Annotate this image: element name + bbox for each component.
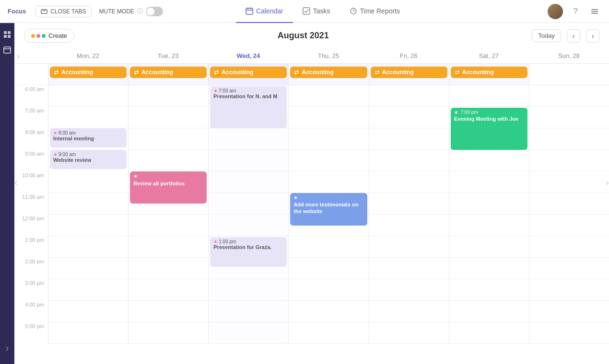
close-tabs-label: CLOSE TABS xyxy=(50,8,86,15)
sidebar-icon-calendar[interactable] xyxy=(1,44,13,56)
col-fri26: 🔁 Accounting xyxy=(369,64,449,344)
event-website-review[interactable]: ★ 9:00 am Website review xyxy=(50,150,127,169)
time-1100: 11:00 am xyxy=(14,193,48,215)
allday-wed24: 🔁 Accounting xyxy=(209,64,288,85)
dot-orange xyxy=(31,34,35,38)
time-700: 7:00 am xyxy=(14,107,48,128)
event-accounting-mon22[interactable]: 🔁 Accounting xyxy=(50,67,127,78)
allday-mon22: 🔁 Accounting xyxy=(48,64,128,85)
focus-label: Focus xyxy=(8,8,26,15)
avatar[interactable] xyxy=(548,4,563,19)
create-button[interactable]: Create xyxy=(24,29,74,43)
create-dots xyxy=(31,34,46,38)
event-accounting-tue23[interactable]: 🔁 Accounting xyxy=(130,67,207,78)
day-header-sun28: Sun, 28 xyxy=(529,48,609,63)
allday-tue23: 🔁 Accounting xyxy=(129,64,208,85)
event-evening-meeting[interactable]: ★ 7:00 pm Evening Meeting with Joe xyxy=(451,108,527,150)
svg-rect-10 xyxy=(591,13,598,14)
col-sat27: 🔁 Accounting ★ 7:00 pm Evening Meeting w… xyxy=(449,64,529,344)
expand-left-arrow[interactable]: ‹ xyxy=(14,177,18,188)
time-column: 6:00 am 7:00 am 8:00 am 9:00 am 10:00 am… xyxy=(14,64,48,344)
sidebar xyxy=(0,23,14,364)
mute-mode-control: MUTE MODE ⓘ xyxy=(99,7,163,16)
close-tabs-button[interactable]: CLOSE TABS xyxy=(35,6,91,17)
dot-green xyxy=(42,34,46,38)
event-accounting-sat27[interactable]: 🔁 Accounting xyxy=(451,67,527,78)
event-presentation-nm[interactable]: ★ 7:00 am Presentation for N. and M xyxy=(210,86,287,128)
time-1600: 4:00 pm xyxy=(14,301,48,322)
main-nav: Calendar Tasks Time Reports xyxy=(236,0,410,23)
menu-icon[interactable] xyxy=(588,5,601,18)
svg-rect-8 xyxy=(591,9,598,10)
svg-rect-2 xyxy=(246,8,253,14)
tab-tasks-label: Tasks xyxy=(313,7,330,15)
day-header-thu25: Thu, 25 xyxy=(288,48,368,63)
svg-rect-12 xyxy=(8,31,11,34)
expand-right-arrow[interactable]: › xyxy=(606,177,609,188)
time-1400: 2:00 pm xyxy=(14,258,48,279)
topbar: Focus CLOSE TABS MUTE MODE ⓘ Calendar xyxy=(0,0,609,23)
allday-sat27: 🔁 Accounting xyxy=(449,64,529,85)
help-icon[interactable]: ? xyxy=(569,5,582,18)
allday-thu25: 🔁 Accounting xyxy=(289,64,368,85)
calendar-area: Create August 2021 Today ‹ › › Mon, 22 T… xyxy=(14,23,609,364)
next-week-button[interactable]: › xyxy=(586,29,599,43)
event-add-testimonials[interactable]: ★ Add more testimonials on the website xyxy=(290,193,367,226)
topbar-right: ? xyxy=(548,4,601,19)
day-header-tue23: Tue, 23 xyxy=(128,48,208,63)
event-accounting-fri26[interactable]: 🔁 Accounting xyxy=(371,67,447,78)
info-icon: ⓘ xyxy=(137,7,143,15)
prev-week-button[interactable]: ‹ xyxy=(567,29,580,43)
svg-rect-0 xyxy=(41,9,47,13)
tab-calendar[interactable]: Calendar xyxy=(236,0,293,23)
svg-rect-11 xyxy=(4,31,7,34)
event-internal-meeting[interactable]: ★ 8:00 am Internal meeting xyxy=(50,128,127,148)
collapse-left-arrow[interactable]: › xyxy=(17,52,20,60)
tab-time-reports-label: Time Reports xyxy=(360,7,400,15)
day-header-sat27: Sat, 27 xyxy=(449,48,529,63)
col-sun28 xyxy=(529,64,609,344)
time-1200: 12:00 pm xyxy=(14,215,48,236)
mute-mode-label: MUTE MODE xyxy=(99,8,134,15)
tab-time-reports[interactable]: Time Reports xyxy=(340,0,410,23)
time-600: 6:00 am xyxy=(14,85,48,107)
svg-rect-9 xyxy=(591,11,598,12)
day-headers: › Mon, 22 Tue, 23 Wed, 24 Thu, 25 Fri, 2… xyxy=(14,48,609,64)
day-header-wed24: Wed, 24 xyxy=(208,48,288,63)
dot-pink xyxy=(36,34,40,38)
time-1500: 3:00 pm xyxy=(14,279,48,301)
event-review-portfolios[interactable]: ★ Review all portfolios xyxy=(130,171,207,204)
day-header-mon22: Mon, 22 xyxy=(48,48,128,63)
svg-rect-13 xyxy=(4,35,7,38)
month-title: August 2021 xyxy=(278,31,329,40)
time-900: 9:00 am xyxy=(14,150,48,171)
sidebar-arrow-right[interactable] xyxy=(1,343,13,354)
col-thu25: 🔁 Accounting ★ Add more testimonials on … xyxy=(288,64,368,344)
allday-fri26: 🔁 Accounting xyxy=(369,64,449,85)
mute-mode-toggle[interactable] xyxy=(146,7,163,16)
time-1000: 10:00 am xyxy=(14,171,48,193)
main-content: Create August 2021 Today ‹ › › Mon, 22 T… xyxy=(0,23,609,364)
col-wed24: 🔁 Accounting ★ 7:00 am Presentation for … xyxy=(208,64,288,344)
time-1300: 1:00 pm xyxy=(14,236,48,258)
day-header-fri26: Fri, 26 xyxy=(369,48,449,63)
time-800: 8:00 am xyxy=(14,128,48,150)
col-tue23: 🔁 Accounting ★ Review all portfolios xyxy=(128,64,208,344)
calendar-header: Create August 2021 Today ‹ › xyxy=(14,23,609,48)
event-accounting-thu25[interactable]: 🔁 Accounting xyxy=(290,67,367,78)
tab-calendar-label: Calendar xyxy=(256,7,283,15)
tab-tasks[interactable]: Tasks xyxy=(293,0,340,23)
time-1700: 5:00 pm xyxy=(14,322,48,344)
allday-sun28 xyxy=(529,64,609,85)
event-presentation-graza[interactable]: ★ 1:00 pm Presentation for Graża. xyxy=(210,237,287,267)
svg-rect-15 xyxy=(4,47,11,53)
sidebar-icon-1[interactable] xyxy=(1,29,13,40)
col-mon22: 🔁 Accounting ★ 8:00 am Internal meeting xyxy=(48,64,128,344)
svg-rect-6 xyxy=(303,8,310,14)
svg-rect-14 xyxy=(8,35,11,38)
calendar-grid: 6:00 am 7:00 am 8:00 am 9:00 am 10:00 am… xyxy=(14,64,609,344)
flag-icon: 🔁 xyxy=(53,69,61,75)
today-button[interactable]: Today xyxy=(532,29,561,42)
create-label: Create xyxy=(48,32,67,39)
event-accounting-wed24[interactable]: 🔁 Accounting xyxy=(210,67,287,78)
